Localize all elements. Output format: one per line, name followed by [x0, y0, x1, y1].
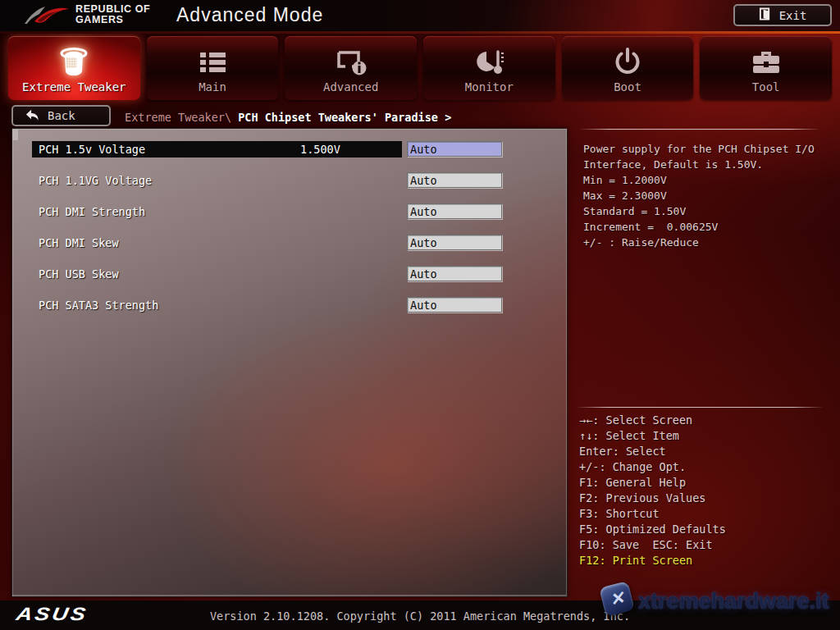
settings-row-pch-usb-skew: PCH USB SkewAuto	[12, 266, 567, 282]
breadcrumb: Extreme Tweaker\ PCH Chipset Tweakers' P…	[125, 111, 451, 124]
help-panel-divider-middle	[578, 407, 822, 408]
setting-current-value: 1.500V	[300, 143, 340, 156]
settings-row-pch-dmi-strength: PCH DMI StrengthAuto	[12, 203, 567, 220]
setting-label: PCH SATA3 Strength	[39, 299, 158, 312]
tab-label: Tool	[700, 80, 832, 94]
hotkey-hint: +/-: Change Opt.	[579, 459, 833, 475]
scrollbar-notch	[12, 130, 18, 140]
tweaker-icon	[8, 43, 140, 81]
back-label: Back	[48, 109, 75, 122]
back-arrow-icon	[25, 108, 39, 124]
setting-label: PCH DMI Skew	[39, 236, 119, 249]
settings-row-pch-1-1vg-voltage: PCH 1.1VG VoltageAuto	[12, 172, 567, 189]
watermark-text: xtremehardware.it	[638, 589, 829, 614]
advanced-info-icon	[285, 43, 417, 81]
help-panel-divider-top	[581, 129, 819, 130]
tab-label: Monitor	[423, 80, 555, 94]
hotkey-hint: F10: Save ESC: Exit	[579, 537, 833, 553]
setting-label: PCH USB Skew	[39, 267, 119, 281]
tab-label: Boot	[562, 80, 694, 94]
settings-row-pch-sata3-strength: PCH SATA3 StrengthAuto	[12, 297, 567, 313]
help-description-line: Standard = 1.50V	[583, 203, 834, 219]
tab-extreme-tweaker[interactable]: Extreme Tweaker	[8, 36, 140, 100]
hotkey-hint: F5: Optimized Defaults	[579, 522, 833, 537]
header-bar: REPUBLIC OF GAMERS Advanced Mode Exit	[0, 0, 840, 31]
tab-label: Main	[147, 80, 279, 94]
rog-logo-icon	[23, 2, 71, 32]
setting-label: PCH 1.1VG Voltage	[39, 174, 152, 187]
breadcrumb-parent[interactable]: Extreme Tweaker\	[125, 111, 238, 124]
setting-option-select[interactable]: Auto	[407, 203, 502, 219]
hotkey-hint: →←: Select Screen	[579, 413, 833, 428]
hotkey-hint: F3: Shortcut	[579, 506, 833, 522]
setting-option-select[interactable]: Auto	[407, 297, 502, 313]
help-description-line: Max = 2.3000V	[583, 188, 834, 203]
settings-row-pch-1-5v-voltage: PCH 1.5v Voltage1.500VAuto	[12, 141, 567, 158]
gauge-thermometer-icon	[423, 43, 555, 81]
list-icon	[147, 43, 279, 81]
settings-list: PCH 1.5v Voltage1.500VAutoPCH 1.1VG Volt…	[12, 141, 567, 313]
hotkey-hint: F2: Previous Values	[579, 491, 833, 506]
watermark: ✕ xtremehardware.it	[596, 579, 840, 623]
page-title: Advanced Mode	[176, 4, 323, 26]
setting-option-select[interactable]: Auto	[407, 172, 502, 188]
help-description-line: Increment = 0.00625V	[583, 219, 834, 235]
toolbox-icon	[700, 43, 832, 81]
hotkey-hint: F12: Print Screen	[579, 553, 833, 568]
setting-label: PCH 1.5v Voltage	[39, 143, 145, 156]
hotkey-legend: →←: Select Screen↑↓: Select ItemEnter: S…	[579, 413, 833, 568]
brand-text: REPUBLIC OF GAMERS	[75, 4, 150, 25]
settings-panel: PCH 1.5v Voltage1.500VAutoPCH 1.1VG Volt…	[11, 128, 568, 597]
help-description-line: Min = 1.2000V	[583, 172, 834, 188]
watermark-x-icon: ✕	[599, 581, 635, 617]
tab-label: Advanced	[285, 80, 417, 94]
settings-row-pch-dmi-skew: PCH DMI SkewAuto	[12, 235, 567, 251]
hotkey-hint: Enter: Select	[579, 444, 833, 459]
setting-option-select[interactable]: Auto	[407, 141, 502, 157]
header-accent-line	[0, 31, 840, 34]
setting-option-select[interactable]: Auto	[407, 266, 502, 281]
back-button[interactable]: Back	[11, 105, 111, 126]
help-description-line: Power supply for the PCH Chipset I/O	[583, 141, 834, 157]
setting-label: PCH DMI Strength	[39, 205, 145, 218]
exit-label: Exit	[779, 9, 807, 22]
help-description-line: +/- : Raise/Reduce	[583, 235, 834, 250]
exit-door-icon	[759, 7, 771, 24]
tab-bar: Extreme Tweaker Main Advanced Monitor Bo…	[8, 36, 832, 100]
tab-advanced[interactable]: Advanced	[285, 36, 417, 100]
setting-option-select[interactable]: Auto	[407, 235, 502, 250]
exit-button[interactable]: Exit	[733, 4, 832, 26]
help-description-line: Interface, Default is 1.50V.	[583, 157, 834, 172]
tab-tool[interactable]: Tool	[700, 36, 832, 100]
hotkey-hint: ↑↓: Select Item	[579, 428, 833, 444]
tab-label: Extreme Tweaker	[8, 80, 140, 94]
tab-boot[interactable]: Boot	[562, 36, 694, 100]
hotkey-hint: F1: General Help	[579, 475, 833, 491]
power-icon	[562, 43, 694, 81]
item-description: Power supply for the PCH Chipset I/OInte…	[583, 141, 834, 250]
breadcrumb-current: PCH Chipset Tweakers' Paradise >	[238, 111, 451, 124]
tab-monitor[interactable]: Monitor	[423, 36, 555, 100]
tab-main[interactable]: Main	[147, 36, 279, 100]
